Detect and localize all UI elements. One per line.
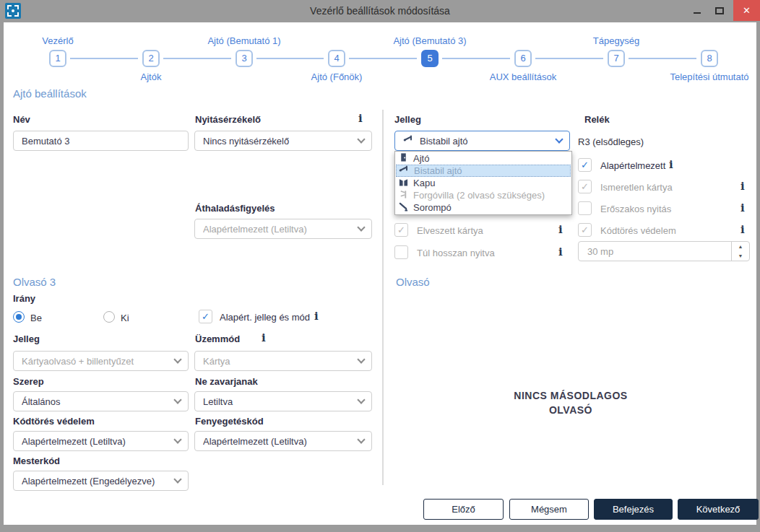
next-button[interactable]: Következő [678,499,759,520]
chevron-down-icon [357,135,365,143]
step-label-4[interactable]: Ajtó (Főnök) [257,71,416,82]
checkbox-unknown-card: ✓ [578,180,592,193]
stepper-up-icon[interactable]: ▲ [732,242,749,251]
app-icon [5,3,21,19]
step-label-8[interactable]: Telepítési útmutató [630,71,760,82]
secondary-reader-heading: Olvasó [396,276,430,288]
checkbox-forced-open-label: Erőszakos nyitás [600,204,671,214]
barrier-icon [399,201,408,214]
timeout-value: 30 mp [587,246,613,257]
step-8[interactable]: 8 [701,50,718,67]
type-option-door[interactable]: Ajtó [396,152,571,165]
chevron-down-icon [173,435,181,443]
check-icon: ✓ [581,160,589,170]
step-label-5[interactable]: Ajtó (Bemutató 3) [350,35,509,46]
checkbox-default[interactable]: ✓ [578,158,592,172]
step-label-3[interactable]: Ajtó (Bemutató 1) [165,35,324,46]
maximize-icon [715,7,724,14]
duress-dropdown[interactable]: Alapértelmezett (Letiltva) [194,431,372,451]
chevron-down-icon [173,475,181,483]
radio-in[interactable] [13,311,25,323]
info-icon[interactable]: i [740,203,745,214]
name-value: Bemutató 3 [22,136,181,147]
minimize-icon [694,12,701,14]
type-option-gate[interactable]: Kapu [396,177,571,189]
info-icon[interactable]: i [358,113,363,124]
type-option-barrier[interactable]: Sorompó [396,201,571,214]
type-dropdown-popup: Ajtó Bistabil ajtó Kapu Forgóvilla (2 ol… [394,151,572,215]
step-6[interactable]: 6 [514,50,532,67]
checkbox-lost-card-label: Elveszett kártya [417,225,483,236]
door-settings-heading: Ajtó beállítások [13,87,87,100]
info-icon[interactable]: i [314,311,319,322]
role-label: Szerep [13,376,44,387]
master-code-dropdown[interactable]: Alapértelmezett (Engedélyezve) [13,471,189,491]
stepper-down-icon[interactable]: ▼ [732,251,749,261]
info-icon[interactable]: i [262,333,266,344]
radio-in-label[interactable]: Be [30,313,42,323]
chevron-down-icon [357,223,365,231]
reader3-heading: Olvasó 3 [13,276,56,288]
check-icon: ✓ [581,181,589,192]
type-option-turnstile: Forgóvilla (2 olvasó szükséges) [396,189,571,201]
door-icon [399,152,408,165]
step-connector [349,58,417,59]
open-sensor-label: Nyitásérzékelő [195,114,261,125]
step-7[interactable]: 7 [608,50,625,67]
chevron-down-icon [555,135,563,143]
radio-out-label[interactable]: Ki [121,313,129,323]
dnd-dropdown[interactable]: Letiltva [194,391,372,411]
open-sensor-dropdown[interactable]: Nincs nyitásérzékelő [194,131,372,151]
finish-button[interactable]: Befejezés [594,499,673,520]
info-icon[interactable]: i [558,247,563,258]
reader-code-break-dropdown[interactable]: Alapértelmezett (Letiltva) [13,431,189,451]
previous-button[interactable]: Előző [423,499,504,520]
step-label-2[interactable]: Ajtók [72,71,230,82]
info-icon[interactable]: i [740,224,745,235]
info-icon[interactable]: i [740,181,745,192]
reader-type-label: Jelleg [13,333,40,344]
step-3[interactable]: 3 [236,50,253,67]
check-icon: ✓ [202,311,210,322]
step-label-7[interactable]: Tápegység [537,35,696,46]
checkbox-open-too-long-label: Túl hosszan nyitva [417,248,495,258]
step-1[interactable]: 1 [49,50,66,67]
timeout-stepper[interactable]: 30 mp ▲ ▼ [578,241,750,261]
step-connector [70,58,138,59]
cancel-button[interactable]: Mégsem [509,499,589,520]
checkbox-lost-card: ✓ [394,223,408,237]
bistable-door-icon [403,134,413,147]
step-connector [442,58,510,59]
reader-code-break-label: Kódtörés védelem [13,416,95,427]
checkbox-default-mode[interactable]: ✓ [199,310,212,323]
radio-out[interactable] [103,311,115,323]
step-connector [256,58,324,59]
type-combobox[interactable]: Bistabil ajtó [394,131,570,151]
name-field[interactable]: Bemutató 3 [13,131,189,151]
checkbox-open-too-long: ✓ [394,245,408,259]
reader-mode-dropdown: Kártya [194,351,372,371]
chevron-down-icon [173,355,181,363]
role-dropdown[interactable]: Általános [13,391,189,411]
info-icon[interactable]: i [669,160,673,170]
minimize-button[interactable] [686,0,708,21]
step-label-6[interactable]: AUX beállítások [444,71,603,82]
chevron-down-icon [357,435,365,443]
reader-type-dropdown: Kártyaolvasó + billentyűzet [13,351,189,371]
relays-value: R3 (elsődleges) [578,136,644,147]
step-5-active[interactable]: 5 [421,50,439,67]
info-icon[interactable]: i [558,224,563,235]
step-label-1[interactable]: Vezérlő [0,35,137,46]
step-4[interactable]: 4 [328,50,345,67]
master-code-label: Mesterkód [13,455,60,466]
close-button[interactable]: ✕ [733,0,760,21]
step-2[interactable]: 2 [142,50,160,67]
check-icon: ✓ [397,224,405,235]
maximize-button[interactable] [708,0,731,21]
type-option-bistable-door[interactable]: Bistabil ajtó [396,165,571,177]
step-connector [163,58,231,59]
name-label: Név [13,114,30,125]
step-connector [535,58,603,59]
duress-label: Fenyegetéskód [195,416,264,427]
relays-label: Relék [584,114,610,125]
